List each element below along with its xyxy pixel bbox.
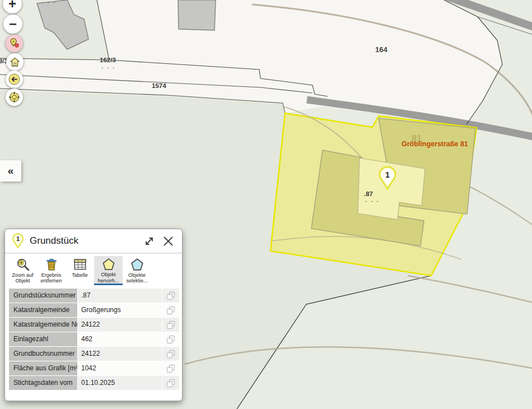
row-value: 1042 <box>78 361 162 375</box>
crosshair-icon <box>8 91 20 103</box>
back-button[interactable] <box>6 71 23 88</box>
panel-toolbar: Zoom auf Objekt Ergebnis entfernen Tabel… <box>5 254 182 285</box>
locate-me-button[interactable] <box>6 89 23 106</box>
zoom-to-object-button[interactable]: Zoom auf Objekt <box>8 256 37 285</box>
row-value: .87 <box>78 289 162 303</box>
zoom-out-button[interactable]: − <box>3 15 22 34</box>
table-icon <box>73 257 87 272</box>
expand-diagonal-icon <box>144 236 155 247</box>
feature-info-panel: 1 Grundstück <box>4 229 183 401</box>
toolbar-button-label: Ergebnis entfernen <box>37 272 66 284</box>
parcel-dashes: - - - <box>42 0 57 5</box>
row-value: 462 <box>78 332 162 346</box>
copy-button[interactable] <box>162 347 179 361</box>
row-label: Stichtagsdaten vom <box>9 376 77 390</box>
parcel-label-164: 164 <box>375 45 388 54</box>
minus-icon: − <box>9 17 17 31</box>
parcel-label-1574: 1574 <box>152 82 166 89</box>
arrow-left-icon <box>8 73 20 85</box>
parcel-label-87: .87 <box>364 190 373 197</box>
row-label: Fläche aus Grafik [m²] <box>9 361 77 375</box>
double-chevron-left-icon: « <box>8 165 14 176</box>
copy-icon <box>166 291 175 300</box>
panel-title: Grundstück <box>30 235 137 247</box>
pentagon-yellow-icon <box>101 257 116 271</box>
copy-icon <box>166 350 175 359</box>
expand-panel-button[interactable] <box>143 235 156 248</box>
result-marker-pin[interactable]: 1 <box>378 166 397 190</box>
remove-result-button[interactable]: Ergebnis entfernen <box>37 256 66 285</box>
row-label: Grundstücksnummer <box>9 289 77 303</box>
building <box>178 0 216 30</box>
copy-icon <box>166 364 175 373</box>
select-objects-button[interactable]: Objekte selektie... <box>123 256 151 285</box>
row-label: Grundbuchsnummer <box>9 347 77 361</box>
row-value: Großgerungs <box>78 303 162 317</box>
copy-button[interactable] <box>162 303 179 317</box>
plus-icon: + <box>8 0 16 11</box>
home-icon <box>10 57 20 67</box>
copy-button[interactable] <box>162 318 179 332</box>
marker-badge-icon: 1 <box>12 233 24 249</box>
copy-button[interactable] <box>162 332 179 346</box>
pentagon-cyan-icon <box>130 257 144 272</box>
clear-location-button[interactable] <box>6 35 23 52</box>
highlight-object-button[interactable]: Objekt hervorh... <box>94 256 123 285</box>
close-panel-button[interactable] <box>161 234 175 248</box>
map-viewport: - - - 164 162/3 - - - 1574 9/3 .87 - - -… <box>0 0 532 409</box>
copy-icon <box>166 320 175 329</box>
row-label: Katastralgemeinde Nr. <box>9 318 77 332</box>
parcel-label-162-3: 162/3 <box>100 57 116 63</box>
toolbar-button-label: Objekt hervorh... <box>94 272 123 283</box>
trash-icon <box>44 257 59 272</box>
close-icon <box>162 235 174 247</box>
row-value: 24122 <box>78 347 162 361</box>
row-label: Katastralgemeinde <box>9 303 77 317</box>
copy-button[interactable] <box>162 289 179 303</box>
location-pin-icon <box>9 38 20 49</box>
attribute-table: Grundstücksnummer .87 Katastralgemeinde … <box>9 289 178 390</box>
home-button[interactable] <box>6 53 24 71</box>
table-view-button[interactable]: Tabelle <box>66 256 94 285</box>
row-value: 01.10.2025 <box>78 376 162 390</box>
copy-icon <box>166 335 175 344</box>
marker-pin-number: 1 <box>385 170 390 179</box>
panel-header: 1 Grundstück <box>5 229 182 253</box>
marker-badge-number: 1 <box>16 236 20 242</box>
toolbar-button-label: Zoom auf Objekt <box>8 272 37 284</box>
copy-button[interactable] <box>162 376 179 390</box>
toolbar-button-label: Tabelle <box>72 272 88 278</box>
copy-icon <box>166 379 175 388</box>
parcel-dashes: - - - <box>101 64 116 71</box>
row-value: 24122 <box>78 318 162 332</box>
row-label: Einlagezahl <box>9 332 77 346</box>
copy-icon <box>166 306 175 315</box>
parcel-dashes: - - - <box>365 198 380 204</box>
copy-button[interactable] <box>162 361 179 375</box>
toolbar-button-label: Objekte selektie... <box>123 272 151 284</box>
magnifier-plus-icon <box>16 257 30 272</box>
sidebar-collapse-button[interactable]: « <box>0 160 21 182</box>
street-label: Gröblingerstraße 81 <box>402 140 468 148</box>
